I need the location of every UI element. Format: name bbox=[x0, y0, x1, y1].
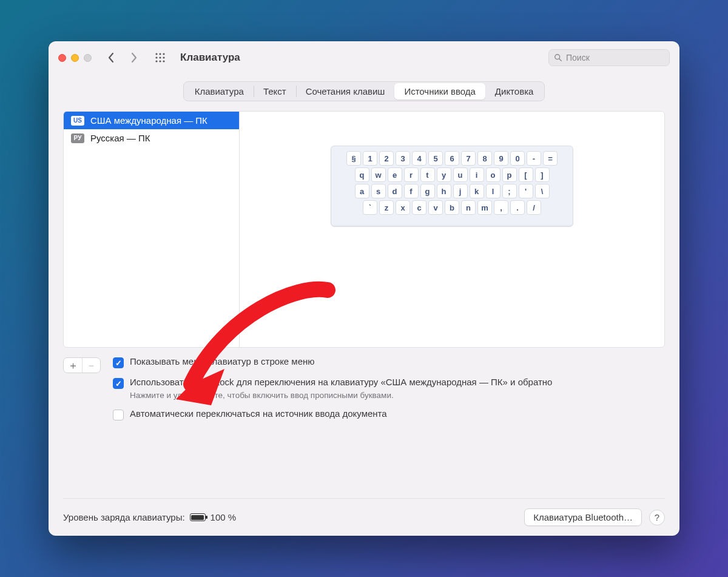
auto-switch-checkbox[interactable] bbox=[113, 410, 124, 420]
keyboard-key: f bbox=[404, 184, 419, 198]
input-source-list[interactable]: US США международная — ПК РУ Русская — П… bbox=[64, 112, 240, 347]
keyboard-key: l bbox=[486, 184, 500, 198]
keyboard-key: z bbox=[379, 200, 394, 215]
keyboard-key: c bbox=[412, 200, 426, 215]
keyboard-key: 6 bbox=[445, 151, 459, 166]
option-auto-switch: Автоматически переключаться на источник … bbox=[113, 408, 659, 420]
keyboard-key: , bbox=[494, 200, 508, 215]
input-source-item-ru[interactable]: РУ Русская — ПК bbox=[64, 129, 239, 147]
caps-lock-label: Использовать Caps Lock для переключения … bbox=[130, 377, 552, 387]
keyboard-key: 8 bbox=[477, 151, 492, 166]
keyboard-key: s bbox=[371, 184, 386, 198]
keyboard-key: m bbox=[477, 200, 492, 215]
keyboard-key: i bbox=[470, 167, 484, 182]
keyboard-key: ] bbox=[535, 167, 550, 182]
keyboard-key: 4 bbox=[412, 151, 426, 166]
tab-text[interactable]: Текст bbox=[254, 83, 296, 100]
keyboard-key: 7 bbox=[461, 151, 476, 166]
svg-point-2 bbox=[163, 53, 164, 55]
input-source-options: Показывать меню клавиатур в строке меню … bbox=[113, 356, 665, 420]
search-icon bbox=[554, 53, 562, 62]
keyboard-key: ' bbox=[519, 184, 533, 198]
option-show-menu: Показывать меню клавиатур в строке меню bbox=[113, 356, 659, 368]
svg-point-6 bbox=[155, 60, 157, 62]
caps-lock-checkbox[interactable] bbox=[113, 378, 124, 389]
flag-icon-us: US bbox=[71, 116, 84, 126]
keyboard-key: ` bbox=[363, 200, 377, 215]
battery-icon bbox=[190, 513, 206, 521]
keyboard-key: g bbox=[420, 184, 435, 198]
keyboard-key: ; bbox=[502, 184, 517, 198]
bluetooth-keyboard-button[interactable]: Клавиатура Bluetooth… bbox=[524, 508, 642, 526]
show-all-button[interactable] bbox=[152, 50, 168, 66]
tab-input-sources[interactable]: Источники ввода bbox=[394, 83, 485, 100]
keyboard-layout: §1234567890-=qwertyuiop[]asdfghjkl;'\`zx… bbox=[331, 146, 573, 227]
remove-source-button[interactable]: － bbox=[82, 358, 100, 373]
auto-switch-label: Автоматически переключаться на источник … bbox=[130, 408, 387, 419]
window-title: Клавиатура bbox=[180, 52, 240, 64]
svg-point-7 bbox=[159, 60, 161, 62]
svg-point-1 bbox=[159, 53, 161, 55]
keyboard-key: p bbox=[502, 167, 517, 182]
search-placeholder: Поиск bbox=[566, 53, 590, 62]
keyboard-key: = bbox=[543, 151, 558, 166]
keyboard-key: t bbox=[420, 167, 435, 182]
keyboard-key: 0 bbox=[510, 151, 525, 166]
add-remove-controls: ＋ － bbox=[63, 357, 101, 373]
keyboard-key: 2 bbox=[379, 151, 394, 166]
svg-line-10 bbox=[559, 59, 561, 61]
input-source-label: Русская — ПК bbox=[90, 133, 150, 143]
footer: Уровень заряда клавиатуры: 100 % Клавиат… bbox=[63, 498, 665, 526]
svg-point-5 bbox=[163, 56, 164, 58]
keyboard-key: w bbox=[371, 167, 386, 182]
keyboard-key: [ bbox=[519, 167, 533, 182]
svg-point-3 bbox=[155, 56, 157, 58]
keyboard-key: 1 bbox=[363, 151, 377, 166]
caps-lock-hint: Нажмите и удерживайте, чтобы включить вв… bbox=[130, 391, 552, 400]
keyboard-key: 9 bbox=[494, 151, 508, 166]
forward-button[interactable] bbox=[126, 49, 141, 67]
keyboard-preview: §1234567890-=qwertyuiop[]asdfghjkl;'\`zx… bbox=[240, 112, 664, 347]
keyboard-key: a bbox=[355, 184, 369, 198]
preferences-window: Клавиатура Поиск Клавиатура Текст Сочета… bbox=[49, 41, 679, 536]
keyboard-key: d bbox=[388, 184, 402, 198]
keyboard-key: x bbox=[396, 200, 410, 215]
keyboard-key: o bbox=[486, 167, 500, 182]
back-button[interactable] bbox=[104, 49, 120, 67]
add-source-button[interactable]: ＋ bbox=[64, 358, 82, 373]
input-source-item-us[interactable]: US США международная — ПК bbox=[64, 112, 239, 129]
search-input[interactable]: Поиск bbox=[548, 49, 670, 66]
svg-point-4 bbox=[159, 56, 161, 58]
keyboard-key: j bbox=[453, 184, 468, 198]
keyboard-key: - bbox=[527, 151, 541, 166]
option-caps-lock: Использовать Caps Lock для переключения … bbox=[113, 377, 659, 400]
input-source-label: США международная — ПК bbox=[90, 115, 207, 126]
help-button[interactable]: ? bbox=[649, 510, 665, 525]
window-controls bbox=[58, 54, 92, 62]
close-window-button[interactable] bbox=[58, 54, 66, 62]
battery-value: 100 % bbox=[211, 512, 237, 522]
keyboard-key: q bbox=[355, 167, 369, 182]
tab-shortcuts[interactable]: Сочетания клавиш bbox=[296, 83, 395, 100]
keyboard-key: y bbox=[437, 167, 451, 182]
show-menu-checkbox[interactable] bbox=[113, 357, 124, 368]
tab-keyboard[interactable]: Клавиатура bbox=[185, 83, 254, 100]
battery-label: Уровень заряда клавиатуры: bbox=[63, 512, 185, 522]
titlebar: Клавиатура Поиск bbox=[49, 41, 679, 74]
keyboard-key: . bbox=[510, 200, 525, 215]
show-menu-label: Показывать меню клавиатур в строке меню bbox=[130, 356, 315, 366]
tab-dictation[interactable]: Диктовка bbox=[485, 83, 544, 100]
keyboard-key: \ bbox=[535, 184, 550, 198]
zoom-window-button[interactable] bbox=[84, 54, 92, 62]
keyboard-key: 5 bbox=[428, 151, 443, 166]
minimize-window-button[interactable] bbox=[71, 54, 79, 62]
flag-icon-ru: РУ bbox=[71, 133, 84, 143]
keyboard-key: 3 bbox=[396, 151, 410, 166]
keyboard-key: / bbox=[527, 200, 541, 215]
keyboard-key: r bbox=[404, 167, 419, 182]
keyboard-key: e bbox=[388, 167, 402, 182]
keyboard-key: k bbox=[470, 184, 484, 198]
keyboard-key: n bbox=[461, 200, 476, 215]
tab-bar: Клавиатура Текст Сочетания клавиш Источн… bbox=[183, 81, 545, 101]
svg-point-8 bbox=[163, 60, 164, 62]
